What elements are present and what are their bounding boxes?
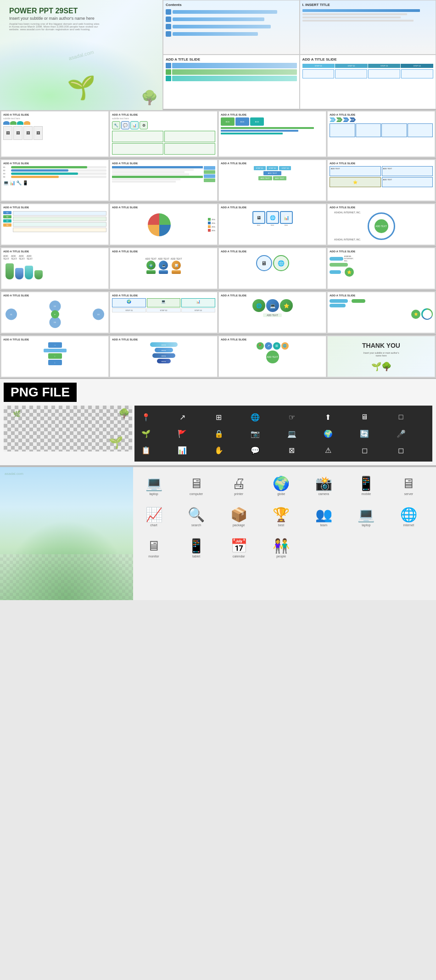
content-line-4 (166, 31, 297, 37)
slide-thumb-15[interactable]: ADD A TITLE SLIDE 🖥 🌐 (218, 248, 326, 289)
slide-thumb-4[interactable]: ADD A TITLE SLIDE 01 02 03 04 (327, 111, 435, 157)
slide-label-9: ADD A TITLE SLIDE (3, 206, 106, 209)
col-icon-monitor2: 🖥monitor (138, 534, 170, 562)
slide-label-7: ADD A TITLE SLIDE (221, 162, 324, 165)
slide-thumb-10[interactable]: ADD A TITLE SLIDE 25% 25% 25% (110, 204, 218, 245)
panel-title-1: ADD A TITLE SLIDE (166, 57, 297, 61)
slide-thumb-16[interactable]: ADD A TITLE SLIDE ASADAL INTERNET, INC. … (327, 248, 435, 289)
top-section: POWER PPT 29SET Insert your subtitle or … (0, 0, 436, 110)
slide-label-19: ADD A TITLE SLIDE (221, 294, 324, 297)
checkered-area-1: 🌿 🌱 🌳 (4, 406, 132, 451)
panel-add-title-1: ADD A TITLE SLIDE (163, 55, 300, 109)
col-icon-trophy: 🏆best (265, 503, 297, 530)
slide-thumb-11[interactable]: ADD A TITLE SLIDE 🖥 item 🌐 item 📊 item (218, 204, 326, 245)
insert-title-content (302, 9, 434, 22)
icon-plant: 🌱 (139, 427, 153, 440)
col-icon-globe: 🌍globe (265, 472, 297, 499)
icon-laptop-outline: 💻 (285, 427, 299, 440)
slide-row-6: ADD A TITLE SLIDE → ↓ ↓ ADD A TITLE SLID… (0, 335, 436, 379)
content-bar-1 (173, 10, 277, 14)
col-icon-people: 👥team (307, 503, 340, 530)
slide-label-12: ADD A TITLE SLIDE (330, 206, 433, 209)
icon-mic: 🎤 (394, 427, 408, 440)
slide-label-15: ADD A TITLE SLIDE (221, 250, 324, 253)
contents-panel: Contents (163, 0, 300, 55)
content-bar-4 (173, 32, 258, 36)
progress-row-1: 01 (3, 166, 106, 168)
slide-thumb-21[interactable]: ADD A TITLE SLIDE → ↓ ↓ (1, 336, 109, 377)
slide-label-3: ADD A TITLE SLIDE (221, 113, 324, 116)
icon-dark-panel: 📍 ↗ ⊞ 🌐 ☞ ⬆ 🖥 □ 🌱 🚩 🔒 📷 💻 🌍 🔄 🎤 (134, 406, 432, 462)
slide-thumb-14[interactable]: ADD A TITLE SLIDE ADD TEXT 🌍 ADD TEXT 💻 … (110, 248, 218, 289)
slide-thumb-12[interactable]: ADD A TITLE SLIDE ADD TEXT ASADAL INTERN… (327, 204, 435, 245)
icon-flag: 🚩 (175, 427, 189, 440)
icon-blank1: □ (394, 410, 408, 424)
icon-location: 📍 (139, 410, 153, 424)
slide-label-17: ADD A TITLE SLIDE (3, 294, 106, 297)
icon-lock: 🔒 (212, 427, 226, 440)
colored-icons-section: 💻laptop 🖥computer 🖨printer 🌍globe 📸camer… (133, 467, 436, 600)
slide-label-6: ADD A TITLE SLIDE (112, 162, 215, 165)
png-left-area: 🌿 🌱 🌳 (4, 406, 132, 462)
main-container: POWER PPT 29SET Insert your subtitle or … (0, 0, 436, 600)
plant-transparent-2: 🌱 (109, 436, 123, 449)
icon-grid-4: ⊠ (285, 443, 299, 457)
slide-thumb-3[interactable]: ADD A TITLE SLIDE BOX BOX BOX (218, 111, 326, 157)
slide-row-1: ADD A TITLE SLIDE subtitle text here 🖼 🖼… (0, 110, 436, 159)
slide-thumb-24[interactable]: THANK YOU Insert your subtitle or main a… (327, 336, 435, 377)
content-icon-2 (166, 17, 171, 22)
slide-thumb-5[interactable]: ADD A TITLE SLIDE 01 02 03 04 (1, 160, 109, 201)
icon-box-4: ⚙ (140, 121, 148, 129)
content-line-3 (166, 24, 297, 29)
slide-label-13: ADD A TITLE SLIDE (3, 250, 106, 253)
slide-label-23: ADD A TITLE SLIDE (221, 338, 324, 341)
icon-cursor: ☞ (285, 410, 299, 424)
slide-label-22: ADD A TITLE SLIDE (112, 338, 215, 341)
slide-thumb-13[interactable]: ADD A TITLE SLIDE ADD TEXT ADD TEXT ADD … (1, 248, 109, 289)
col-icon-calendar: 📅calendar (223, 534, 255, 562)
col-icon-phone: 📱mobile (350, 472, 382, 499)
checkered-landscape (0, 554, 133, 600)
main-subtitle: Insert your subtitle or main author's na… (9, 16, 101, 21)
icon-grid: ⊞ (212, 410, 226, 424)
col-icon-chart: 📈chart (138, 503, 170, 530)
col-icon-printer: 🖨printer (223, 472, 255, 499)
slide-thumb-8[interactable]: ADD A TITLE SLIDE ADD TEXT ADD TEXT ⭐ AD… (327, 160, 435, 201)
tree-transparent: 🌳 (118, 408, 130, 419)
slide-thumb-22[interactable]: ADD A TITLE SLIDE arrow arrow arrow arro… (110, 336, 218, 377)
col-icon-box: 📦package (223, 503, 255, 530)
watermark-landscape: asadal.com (5, 472, 23, 476)
png-section: PNG FILE 🌿 🌱 🌳 📍 ↗ ⊞ 🌐 ☞ (0, 379, 436, 466)
icon-share: ↗ (175, 410, 189, 424)
slide-label-16: ADD A TITLE SLIDE (330, 250, 433, 253)
slide-label-18: ADD A TITLE SLIDE (112, 294, 215, 297)
slide-thumb-19[interactable]: ADD A TITLE SLIDE 🌐 💻 ⭐ ADD TEXT (218, 292, 326, 333)
slide-thumb-6[interactable]: ADD A TITLE SLIDE (110, 160, 218, 201)
col-icon-laptop: 💻laptop (138, 472, 170, 499)
icon-box-3: 📊 (130, 121, 139, 129)
icon-globe2: 🌍 (321, 427, 335, 440)
plant-transparent-1: 🌿 (13, 410, 21, 418)
slide-thumb-17[interactable]: ADD A TITLE SLIDE 02 04 01 03 + (1, 292, 109, 333)
slide-thumb-7[interactable]: ADD A TITLE SLIDE STEP 01 STEP 02 STEP 0… (218, 160, 326, 201)
slide-thumb-9[interactable]: ADD A TITLE SLIDE 01 02 03 04 (1, 204, 109, 245)
progress-row-4: 04 (3, 176, 106, 178)
slide-thumb-23[interactable]: ADD A TITLE SLIDE 📍 ↗ ⊞ 🌐 ADD TEXT (218, 336, 326, 377)
icon-monitor: 🖥 (358, 410, 371, 424)
thank-you-text: THANK YOU (362, 342, 400, 349)
plant-decoration: 🌱 (67, 74, 95, 101)
png-content: 🌿 🌱 🌳 📍 ↗ ⊞ 🌐 ☞ ⬆ 🖥 □ 🌱 🚩 (4, 406, 432, 462)
slide-subtitle-1: subtitle text here (3, 117, 106, 120)
tree-decoration: 🌳 (141, 89, 158, 106)
progress-row-2: 02 (3, 169, 106, 172)
icon-doc: 📋 (139, 443, 153, 457)
slide-thumb-20[interactable]: ADD A TITLE SLIDE → ⭐ (327, 292, 435, 333)
slide-thumb-1[interactable]: ADD A TITLE SLIDE subtitle text here 🖼 🖼… (1, 111, 109, 157)
slide-thumb-18[interactable]: ADD A TITLE SLIDE 🌍 💻 📊 STEP 01 STEP 02 … (110, 292, 218, 333)
slide-row-2: ADD A TITLE SLIDE 01 02 03 04 (0, 159, 436, 203)
slide-label-5: ADD A TITLE SLIDE (3, 162, 106, 165)
icon-box-1: 🔧 (112, 121, 120, 129)
slide-thumb-2[interactable]: ADD A TITLE SLIDE subtitle text here 🔧 💬… (110, 111, 218, 157)
cylinder-chart (3, 261, 106, 282)
icon-box-2: 💬 (121, 121, 129, 129)
